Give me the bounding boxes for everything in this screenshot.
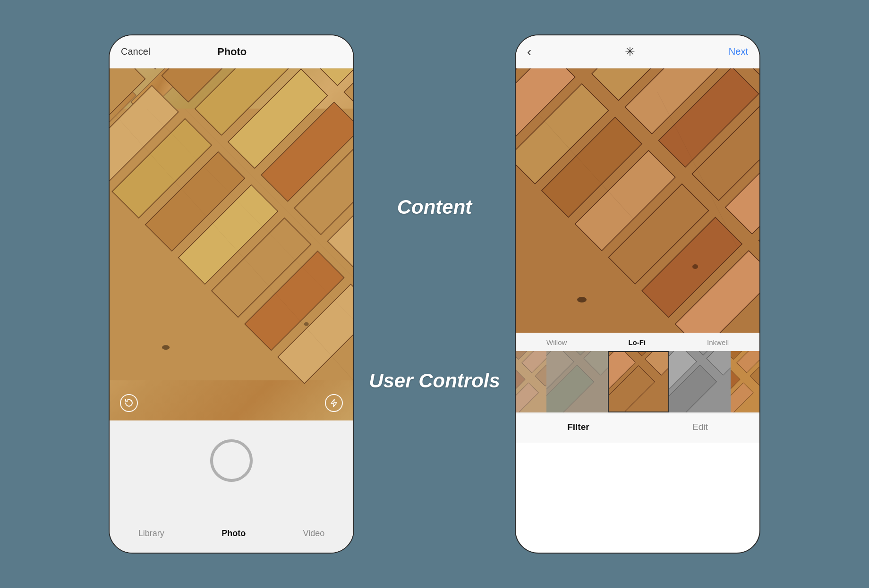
filter-thumb-partial-right[interactable] [731, 351, 759, 412]
content-label: Content [397, 196, 472, 218]
video-tab[interactable]: Video [303, 529, 325, 538]
wood-texture-right [516, 68, 759, 333]
filter-tab[interactable]: Filter [567, 422, 589, 432]
right-photo-area [516, 68, 759, 333]
filter-names-row: Willow Lo-Fi Inkwell [516, 338, 759, 351]
controls-label: User Controls [369, 370, 500, 392]
inkwell-filter-thumb[interactable] [669, 351, 731, 412]
svg-point-39 [304, 322, 309, 326]
inkwell-filter-label[interactable]: Inkwell [707, 338, 729, 346]
filter-strip: Willow Lo-Fi Inkwell [516, 333, 759, 413]
willow-filter-label[interactable]: Willow [546, 338, 567, 346]
left-bottom-controls: Library Photo Video [110, 420, 353, 553]
svg-point-75 [692, 264, 698, 269]
edit-tab[interactable]: Edit [692, 422, 708, 432]
svg-rect-111 [669, 351, 731, 412]
right-phone-header: ‹ ✳ Next [516, 35, 759, 68]
wood-texture-left [110, 68, 353, 420]
right-phone-frame: ‹ ✳ Next [515, 34, 760, 554]
brightness-icon[interactable]: ✳ [625, 44, 635, 59]
library-tab[interactable]: Library [138, 529, 164, 538]
back-button[interactable]: ‹ [527, 44, 531, 59]
svg-rect-122 [731, 351, 759, 412]
willow-filter-thumb[interactable] [546, 351, 608, 412]
filter-thumb-partial-left[interactable] [516, 351, 546, 412]
svg-marker-40 [331, 399, 337, 407]
flash-icon[interactable] [325, 394, 343, 412]
camera-overlay-icons [110, 394, 353, 412]
svg-rect-88 [516, 351, 546, 412]
left-photo-area [110, 68, 353, 420]
next-button[interactable]: Next [729, 46, 748, 57]
photo-tab[interactable]: Photo [222, 529, 246, 538]
filter-thumbnail-row [516, 351, 759, 412]
left-phone-title: Photo [217, 46, 247, 58]
cancel-button[interactable]: Cancel [121, 46, 150, 57]
svg-rect-96 [546, 351, 608, 412]
lofi-filter-label[interactable]: Lo-Fi [628, 338, 646, 346]
left-tab-bar: Library Photo Video [110, 521, 353, 548]
left-phone-frame: Cancel Photo [109, 34, 354, 554]
lofi-filter-thumb[interactable] [608, 351, 669, 412]
svg-point-38 [162, 345, 170, 350]
main-container: Cancel Photo [0, 0, 869, 588]
center-label-area: Content User Controls [354, 196, 515, 392]
shutter-button[interactable] [210, 439, 253, 482]
svg-point-74 [577, 297, 587, 302]
right-tab-bar: Filter Edit [516, 413, 759, 443]
svg-rect-14 [311, 68, 353, 85]
rotate-icon[interactable] [120, 394, 138, 412]
left-phone-header: Cancel Photo [110, 35, 353, 68]
